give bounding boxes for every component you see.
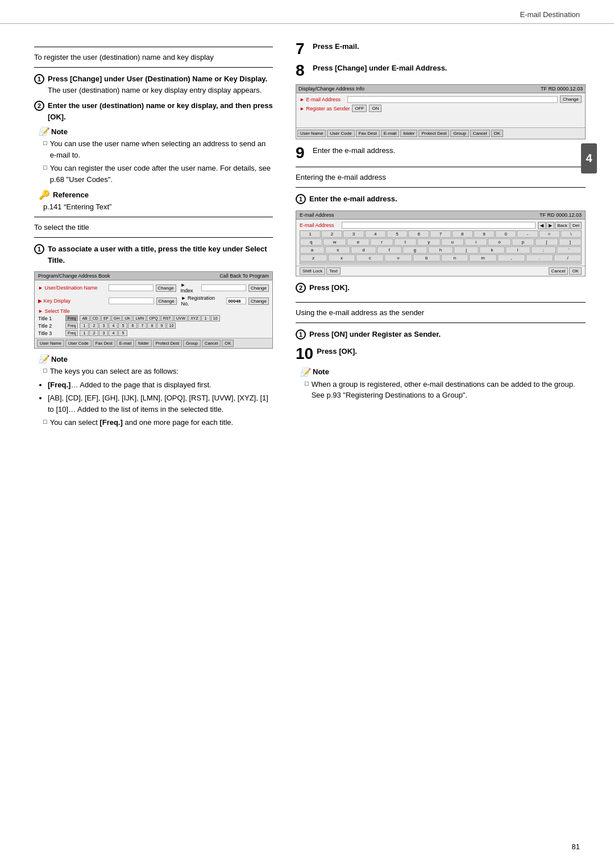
entering-email-title: Entering the e-mail address [296,173,586,181]
note-1-text-2: You can register the user code after the… [50,163,273,185]
addr-footer-ok: OK [222,340,234,347]
kb-input-label: E-mail Address [300,222,339,228]
reference-1-label: Reference [53,191,89,199]
note-3-title: 📝 Note [300,367,586,377]
left-step-2: 2 Enter the user (destination) name or k… [34,100,273,122]
kb-nav-btns: ◀ ▶ Back Del [538,222,582,229]
footer-btn-faxdest: Fax Dest [356,130,380,137]
addr-footer-cancel: Cancel [202,340,221,347]
note-1-label: Note [51,127,68,136]
email-register-row: ► Register as Sender OFF ON [300,105,582,112]
kb-row-4: z x c v b n m , . / [300,254,582,262]
addr-title-left: Program/Change Address Book [38,273,110,279]
kb-space-key [300,262,582,264]
addr-key-label: ▶ Key Display [38,298,106,304]
kb-row-1: 1 2 3 4 5 6 7 8 9 0 - = \ [300,230,582,238]
email-on-btn: ON [369,105,381,112]
footer-btn-usercode: User Code [327,130,354,137]
email-screenshot-titlebar: Display/Change Address Info TF RD 0000.1… [296,85,585,93]
step-8-text: Press [Change] under E-mail Address. [313,64,447,72]
addr-title3-btns: 1 2 3 4 5 [80,330,127,336]
kb-cancel-btn: Cancel [549,267,569,275]
addr-footer-username: User Name [37,340,64,347]
addr-footer-group: Group [183,340,201,347]
addr-change-btn-3: Change [156,297,177,305]
kb-row-2: q w e r t y u i o p [ ] [300,238,582,246]
addr-select-title-label: ► Select Title [38,308,269,314]
reference-1-title: 🔑 Reference [39,189,273,200]
note-1-checkbox-1: □ [43,139,47,146]
step-2-content: Enter the user (destination) name or key… [48,100,273,122]
step-1-content: Press [Change] under User (Destination) … [48,73,273,96]
note-3-text-1: When a group is registered, other e-mail… [312,379,586,401]
entering-email-sub-step-1-circle: 1 [296,194,306,204]
title-section-heading: To select the title [34,223,273,232]
entering-email-divider-bot [296,187,586,188]
step-10-text: Press [OK]. [317,347,357,356]
note-3-label: Note [313,367,329,376]
addr-title1-label: Title 1 [38,316,64,321]
addr-title-right: Call Back To Program [219,273,269,279]
title-step-1-circle: 1 [34,244,44,254]
addr-index-input [201,284,246,291]
right-step-7: 7 Press E-mail. [296,41,586,57]
email-field-input [347,96,558,103]
note-1-title: 📝 Note [39,127,273,136]
addr-regno-input: 00048 [226,297,246,304]
note-1-icon: 📝 [39,127,48,136]
note-2-label: Note [51,355,68,363]
intro-divider [34,67,273,68]
note-1-checkbox-2: □ [43,164,47,171]
step-2-bold: Enter the user (destination) name or key… [48,101,273,121]
addr-dest-name-row: ► User/Destination Name Change ► Index C… [38,282,269,294]
addr-title1-row: Title 1 Freq AB CD EF GH IJK LMN OPQ RST… [38,315,269,321]
email-screenshot: Display/Change Address Info TF RD 0000.1… [296,84,586,139]
title-step-1-content: To associate a user with a title, press … [48,243,273,266]
email-screenshot-spacer [300,114,582,125]
step-9-num: 9 [296,145,309,161]
title-step-1: 1 To associate a user with a title, pres… [34,243,273,266]
addr-title1-btns: AB CD EF GH IJK LMN OPQ RST UVW XYZ 1 10 [80,315,219,321]
kb-input-row: E-mail Address ◀ ▶ Back Del [300,222,582,229]
addr-title2-freq: Freq [65,323,78,329]
entering-email-sub-step-2-content: Press [OK]. [309,282,586,294]
step-1-desc: The user (destination) name or key displ… [48,86,262,94]
email-change-btn: Change [560,96,582,103]
email-screenshot-title-left: Display/Change Address Info [298,86,364,92]
email-field-row: ► E-mail Address Change [300,96,582,103]
addr-dest-input [109,284,154,291]
entering-email-sub-step-2: 2 Press [OK]. [296,282,586,294]
addr-change-btn-2: Change [248,284,269,292]
title-step-1-bold: To associate a user with a title, press … [48,245,267,264]
step-10-num: 10 [296,346,313,362]
addr-title3-row: Title 3 Freq 1 2 3 4 5 [38,330,269,336]
step-8-content: Press [Change] under E-mail Address. [313,63,586,74]
step-2-circle: 2 [34,101,44,111]
addr-footer-folder: folder [135,340,152,347]
kb-row-3: a s d f g h j k l ; ' [300,246,582,254]
addr-index-label: ► Index [181,282,200,294]
kb-ok-btn: OK [569,267,582,275]
note-2-text-1: The keys you can select are as follows: [50,366,179,377]
email-field-label: ► E-mail Address [300,97,345,102]
email-screenshot-content: ► E-mail Address Change ► Register as Se… [296,93,585,127]
kb-nav-right: ▶ [546,222,554,229]
kb-nav-left: ◀ [538,222,546,229]
addr-footer: User Name User Code Fax Dest E-mail fold… [35,338,272,348]
addr-change-btn-1: Change [156,284,176,292]
addr-title3-label: Title 3 [38,330,64,336]
email-screenshot-title-right: TF RD 0000.12.03 [541,86,583,92]
kb-keys-area: 1 2 3 4 5 6 7 8 9 0 - = \ [300,230,582,264]
footer-btn-username: User Name [297,130,326,137]
entering-email-sub-step-2-circle: 2 [296,283,306,293]
addr-screenshot: Program/Change Address Book Call Back To… [34,271,273,349]
addr-titlebar: Program/Change Address Book Call Back To… [35,272,272,280]
top-divider [34,47,273,47]
reference-1-icon: 🔑 [39,189,50,200]
addr-title2-label: Title 2 [38,323,64,329]
step-1-bold: Press [Change] under User (Destination) … [48,75,267,83]
note-2: 📝 Note □ The keys you can select are as … [39,354,273,428]
addr-regno-label: ► Registration No. [181,295,225,307]
kb-shift-lock-btn: Shift Lock [300,267,325,275]
addr-select-title-section: ► Select Title Title 1 Freq AB CD EF GH … [38,308,269,336]
